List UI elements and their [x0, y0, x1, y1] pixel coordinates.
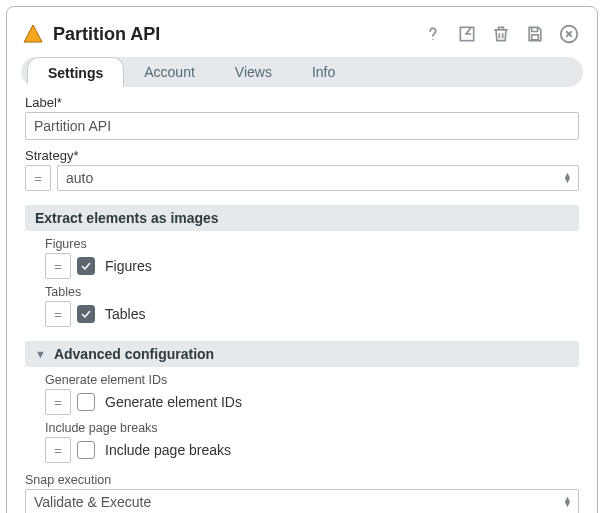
- page-breaks-anchor-button[interactable]: =: [45, 437, 71, 463]
- svg-rect-3: [532, 35, 539, 40]
- tab-account[interactable]: Account: [124, 57, 215, 87]
- section-extract-header: Extract elements as images: [25, 205, 579, 231]
- section-title: Advanced configuration: [54, 346, 214, 362]
- svg-point-1: [432, 39, 433, 40]
- figures-checkbox[interactable]: [77, 257, 95, 275]
- figures-anchor-button[interactable]: =: [45, 253, 71, 279]
- close-icon[interactable]: [555, 20, 583, 48]
- svg-marker-0: [24, 25, 42, 42]
- section-title: Extract elements as images: [35, 210, 219, 226]
- app-title: Partition API: [53, 24, 160, 45]
- tab-settings[interactable]: Settings: [27, 57, 124, 87]
- strategy-value: auto: [66, 170, 93, 186]
- tables-anchor-button[interactable]: =: [45, 301, 71, 327]
- tab-label: Settings: [48, 65, 103, 81]
- app-icon: [21, 22, 45, 46]
- section-advanced-header[interactable]: ▼ Advanced configuration: [25, 341, 579, 367]
- gen-ids-checkbox-label: Generate element IDs: [105, 394, 242, 410]
- strategy-field-label: Strategy*: [25, 148, 579, 163]
- titlebar: Partition API: [21, 17, 583, 51]
- page-breaks-field-label: Include page breaks: [45, 421, 579, 435]
- snap-field-label: Snap execution: [25, 473, 579, 487]
- duplicate-icon[interactable]: [453, 20, 481, 48]
- trash-icon[interactable]: [487, 20, 515, 48]
- dialog-window: Partition API: [6, 6, 598, 513]
- help-icon[interactable]: [419, 20, 447, 48]
- strategy-select[interactable]: auto ▲▼: [57, 165, 579, 191]
- collapse-caret-icon: ▼: [35, 348, 46, 360]
- tab-label: Account: [144, 64, 195, 80]
- gen-ids-checkbox[interactable]: [77, 393, 95, 411]
- tables-field-label: Tables: [45, 285, 579, 299]
- page-breaks-checkbox[interactable]: [77, 441, 95, 459]
- tab-label: Info: [312, 64, 335, 80]
- gen-ids-field-label: Generate element IDs: [45, 373, 579, 387]
- save-icon[interactable]: [521, 20, 549, 48]
- page-breaks-checkbox-label: Include page breaks: [105, 442, 231, 458]
- figures-checkbox-label: Figures: [105, 258, 152, 274]
- figures-field-label: Figures: [45, 237, 579, 251]
- tab-bar: Settings Account Views Info: [21, 57, 583, 87]
- strategy-anchor-button[interactable]: =: [25, 165, 51, 191]
- tables-checkbox[interactable]: [77, 305, 95, 323]
- tables-checkbox-label: Tables: [105, 306, 145, 322]
- snap-value: Validate & Execute: [34, 494, 151, 510]
- select-caret-icon: ▲▼: [563, 173, 572, 183]
- gen-ids-anchor-button[interactable]: =: [45, 389, 71, 415]
- label-input[interactable]: [25, 112, 579, 140]
- select-caret-icon: ▲▼: [563, 497, 572, 507]
- tab-label: Views: [235, 64, 272, 80]
- tab-views[interactable]: Views: [215, 57, 292, 87]
- tab-info[interactable]: Info: [292, 57, 355, 87]
- settings-panel: Label* Strategy* = auto ▲▼ Extract eleme…: [21, 95, 583, 513]
- label-field-label: Label*: [25, 95, 579, 110]
- snap-select[interactable]: Validate & Execute ▲▼: [25, 489, 579, 513]
